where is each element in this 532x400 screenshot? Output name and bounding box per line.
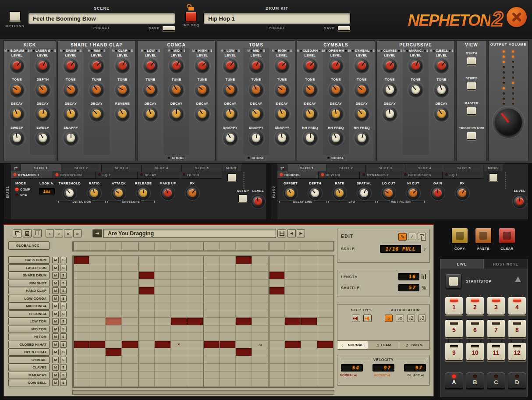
mute-button[interactable]: M <box>52 318 59 325</box>
delete-pattern-button[interactable] <box>33 229 42 237</box>
step-cell[interactable] <box>73 287 89 295</box>
copy-button[interactable] <box>451 228 468 244</box>
step-cell[interactable] <box>106 310 122 318</box>
step-cell[interactable] <box>220 264 236 272</box>
pattern-5-button[interactable]: 5 <box>445 319 463 338</box>
pattern-6-button[interactable]: 6 <box>466 319 484 338</box>
bus-routing-button[interactable]: ⇄ <box>277 164 287 171</box>
knob-hh-freq[interactable] <box>330 131 343 145</box>
step-cell[interactable] <box>285 272 301 280</box>
step-cell[interactable] <box>171 318 187 326</box>
step-cell[interactable] <box>301 372 317 379</box>
step-cell[interactable] <box>269 333 285 341</box>
step-cell[interactable] <box>187 372 203 379</box>
effect-tab-chorus[interactable]: CHORUS <box>277 171 318 178</box>
track-hand-clap-button[interactable]: HAND CLAP <box>8 287 50 294</box>
step-cell[interactable] <box>301 256 317 264</box>
step-cell[interactable] <box>155 256 171 264</box>
step-cell[interactable] <box>138 295 155 303</box>
step-cell[interactable] <box>317 287 333 295</box>
slot-tab-1[interactable]: SLOT 1 <box>21 164 61 171</box>
step-cell[interactable] <box>106 333 122 341</box>
step-cell[interactable] <box>203 372 220 379</box>
knob-level[interactable] <box>224 59 237 72</box>
knob-decay[interactable] <box>383 107 397 120</box>
pattern-save-button[interactable] <box>277 229 286 237</box>
step-cell[interactable] <box>269 379 285 387</box>
mute-button[interactable]: M <box>52 341 59 348</box>
knob-level[interactable] <box>304 59 317 72</box>
knob-level[interactable] <box>276 59 289 72</box>
pattern-name-field[interactable]: Are You Dragging <box>103 229 276 238</box>
knob-decay[interactable] <box>250 107 263 120</box>
knob-hi-cut[interactable] <box>408 188 419 199</box>
step-cell[interactable] <box>89 372 106 379</box>
step-cell[interactable] <box>285 372 301 379</box>
step-cell[interactable] <box>106 348 122 356</box>
step-cell[interactable] <box>203 379 220 387</box>
knob-level[interactable] <box>170 59 183 72</box>
step-cell[interactable] <box>89 295 106 303</box>
step-cell[interactable] <box>106 341 122 349</box>
mute-button[interactable]: M <box>52 349 59 355</box>
step-cell[interactable] <box>155 280 171 287</box>
step-cell[interactable] <box>73 302 89 310</box>
step-cell[interactable] <box>252 287 268 295</box>
step-cell[interactable] <box>171 302 187 310</box>
knob-level[interactable] <box>116 59 129 72</box>
knob-make-up[interactable] <box>162 188 174 199</box>
step-cell[interactable] <box>317 310 333 318</box>
bank-d-button[interactable]: D <box>508 372 526 389</box>
step-cell[interactable] <box>252 280 268 287</box>
view-triggers-midi-button[interactable] <box>467 132 476 140</box>
pattern-load-button[interactable]: ⇥ <box>92 229 102 237</box>
slot-tab-5[interactable]: SLOT 5 <box>182 164 222 171</box>
step-cell[interactable] <box>236 341 252 349</box>
step-cell[interactable] <box>285 341 301 349</box>
step-cell[interactable] <box>301 280 317 287</box>
step-cell[interactable] <box>122 264 138 272</box>
step-cell[interactable] <box>317 295 333 303</box>
mute-button[interactable]: M <box>52 372 59 379</box>
step-cell[interactable] <box>236 287 252 295</box>
step-cell[interactable] <box>301 302 317 310</box>
step-cell[interactable] <box>138 348 155 356</box>
first-pattern-button[interactable]: « <box>64 229 72 237</box>
pattern-2-button[interactable]: 2 <box>466 297 484 315</box>
knob-decay[interactable] <box>330 107 343 120</box>
solo-button[interactable]: S <box>60 287 67 294</box>
pattern-3-button[interactable]: 3 <box>487 297 505 315</box>
step-cell[interactable] <box>220 348 236 356</box>
step-cell[interactable] <box>73 326 89 333</box>
step-cell[interactable] <box>73 364 89 372</box>
step-cell[interactable] <box>122 295 138 303</box>
step-cell[interactable] <box>285 318 301 326</box>
step-cell[interactable] <box>89 356 106 364</box>
step-cell[interactable] <box>269 310 285 318</box>
step-cell[interactable] <box>269 302 285 310</box>
track-low-conga-button[interactable]: LOW CONGA <box>8 295 50 302</box>
step-cell[interactable] <box>236 348 252 356</box>
step-cell[interactable] <box>138 264 155 272</box>
track-mid-conga-button[interactable]: MID CONGA <box>8 302 50 310</box>
step-cell[interactable] <box>317 242 333 251</box>
step-cell[interactable] <box>106 379 122 387</box>
step-cell[interactable] <box>171 280 187 287</box>
mode-option-vca[interactable]: VCA <box>15 193 36 197</box>
step-cell[interactable] <box>285 356 301 364</box>
multi-tool-button[interactable] <box>418 233 426 240</box>
step-cell[interactable] <box>301 242 317 251</box>
step-cell[interactable] <box>269 318 285 326</box>
knob-sweep[interactable] <box>11 131 24 145</box>
solo-button[interactable]: S <box>60 272 67 279</box>
step-cell[interactable] <box>171 295 187 303</box>
step-cell[interactable] <box>301 264 317 272</box>
step-cell[interactable] <box>171 333 187 341</box>
last-pattern-button[interactable]: » <box>73 229 82 237</box>
track-open-hi-hat-button[interactable]: OPEN HI HAT <box>8 348 50 356</box>
solo-button[interactable]: S <box>60 372 67 379</box>
step-cell[interactable] <box>155 295 171 303</box>
pattern-back-button[interactable]: ◀ <box>287 229 296 237</box>
track-mid-tom-button[interactable]: MID TOM <box>8 326 50 333</box>
step-cell[interactable] <box>122 356 138 364</box>
